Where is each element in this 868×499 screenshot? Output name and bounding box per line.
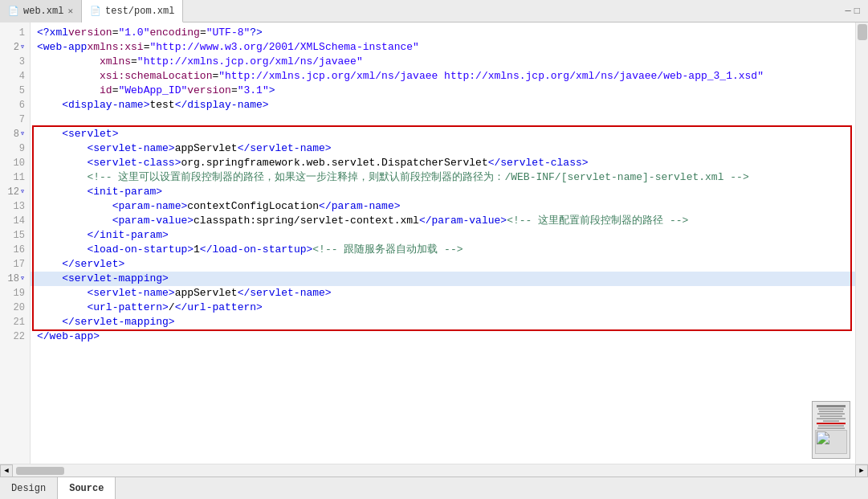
code-line-18[interactable]: <servlet-mapping> [31, 272, 855, 286]
line-number-17: 17 [0, 257, 30, 272]
code-line-22[interactable]: </web-app> [31, 329, 855, 344]
code-line-20[interactable]: <url-pattern>/</url-pattern> [31, 301, 855, 315]
line-number-3: 3 [0, 55, 30, 69]
code-line-9[interactable]: <servlet-name>appServlet</servlet-name> [31, 141, 855, 156]
scrollbar-thumb[interactable] [858, 24, 867, 40]
code-line-6[interactable]: <display-name>test</display-name> [31, 98, 855, 112]
scrollbar-track [13, 464, 855, 477]
tab-web-xml[interactable]: 📄 web.xml ✕ [0, 0, 82, 22]
code-line-16[interactable]: <load-on-startup>1</load-on-startup><!--… [31, 243, 855, 257]
line-number-2[interactable]: 2▿ [0, 40, 30, 55]
code-line-11[interactable]: <!-- 这里可以设置前段控制器的路径，如果这一步注释掉，则默认前段控制器的路径… [31, 170, 855, 185]
maximize-icon[interactable]: □ [854, 6, 860, 17]
line-number-7: 7 [0, 112, 30, 127]
line-numbers: 12▿345678▿9101112▿131415161718▿19202122 [0, 22, 31, 464]
line-number-10: 10 [0, 156, 30, 170]
line-number-12[interactable]: 12▿ [0, 185, 30, 199]
code-line-3[interactable]: xmlns="http://xmlns.jcp.org/xml/ns/javae… [31, 55, 855, 69]
code-line-7[interactable] [31, 112, 855, 127]
minimize-icon[interactable]: — [846, 6, 851, 17]
line-number-20: 20 [0, 301, 30, 315]
code-thumbnail [812, 401, 850, 459]
code-line-21[interactable]: </servlet-mapping> [31, 315, 855, 329]
code-area[interactable]: <?xml version="1.0" encoding="UTF-8"?><w… [31, 22, 855, 464]
line-number-4: 4 [0, 69, 30, 84]
line-number-6: 6 [0, 98, 30, 112]
code-line-15[interactable]: </init-param> [31, 228, 855, 243]
code-line-19[interactable]: <servlet-name>appServlet</servlet-name> [31, 286, 855, 301]
line-number-15: 15 [0, 228, 30, 243]
design-tab[interactable]: Design [0, 477, 58, 499]
editor-container: 12▿345678▿9101112▿131415161718▿19202122 … [0, 22, 868, 464]
scroll-left-arrow[interactable]: ◀ [0, 464, 13, 477]
source-tab-label: Source [69, 483, 104, 494]
code-line-13[interactable]: <param-name>contextConfigLocation</param… [31, 199, 855, 214]
line-number-16: 16 [0, 243, 30, 257]
line-number-18[interactable]: 18▿ [0, 272, 30, 286]
vertical-scrollbar[interactable] [855, 22, 868, 464]
close-web-xml-icon[interactable]: ✕ [67, 6, 73, 16]
avatar-thumbnail [815, 430, 847, 454]
line-number-1: 1 [0, 26, 30, 40]
code-line-5[interactable]: id="WebApp_ID" version="3.1"> [31, 84, 855, 98]
line-number-8[interactable]: 8▿ [0, 127, 30, 141]
tab-test-pom[interactable]: 📄 test/pom.xml [82, 0, 183, 22]
line-number-19: 19 [0, 286, 30, 301]
line-number-14: 14 [0, 214, 30, 228]
code-line-4[interactable]: xsi:schemaLocation="http://xmlns.jcp.org… [31, 69, 855, 84]
code-line-1[interactable]: <?xml version="1.0" encoding="UTF-8"?> [31, 26, 855, 40]
line-number-11: 11 [0, 170, 30, 185]
line-number-9: 9 [0, 141, 30, 156]
code-line-12[interactable]: <init-param> [31, 185, 855, 199]
scroll-right-arrow[interactable]: ▶ [855, 464, 868, 477]
code-line-2[interactable]: <web-app xmlns:xsi="http://www.w3.org/20… [31, 40, 855, 55]
line-number-5: 5 [0, 84, 30, 98]
tab-bar: 📄 web.xml ✕ 📄 test/pom.xml — □ [0, 0, 868, 22]
tab-test-pom-label: test/pom.xml [105, 6, 174, 17]
test-pom-icon: 📄 [90, 6, 101, 16]
line-number-22: 22 [0, 329, 30, 344]
design-tab-label: Design [11, 483, 46, 494]
horizontal-scrollbar[interactable]: ◀ ▶ [0, 464, 868, 477]
code-line-10[interactable]: <servlet-class>org.springframework.web.s… [31, 156, 855, 170]
bottom-tab-bar: Design Source [0, 477, 868, 499]
line-number-13: 13 [0, 199, 30, 214]
h-scrollbar-thumb[interactable] [16, 467, 64, 475]
code-line-17[interactable]: </servlet> [31, 257, 855, 272]
line-number-21: 21 [0, 315, 30, 329]
tab-web-xml-label: web.xml [23, 6, 63, 17]
source-tab[interactable]: Source [58, 477, 116, 499]
code-line-8[interactable]: <servlet> [31, 127, 855, 141]
code-line-14[interactable]: <param-value>classpath:spring/servlet-co… [31, 214, 855, 228]
web-xml-icon: 📄 [8, 6, 19, 16]
